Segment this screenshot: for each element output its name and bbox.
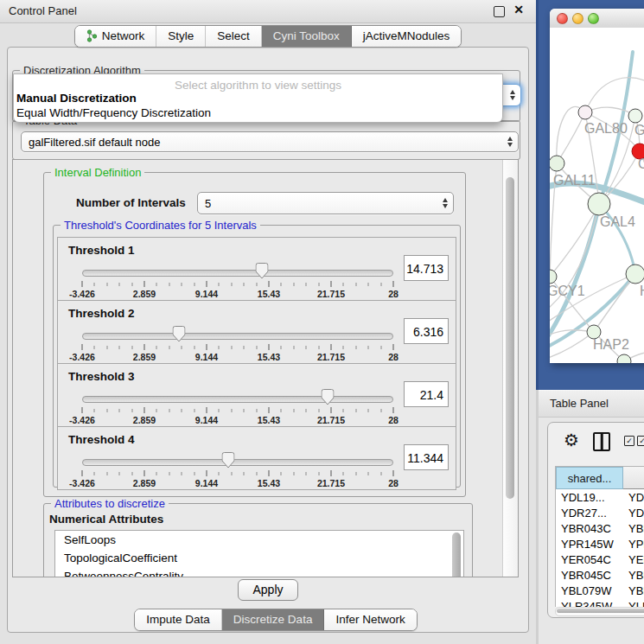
threshold-value-box[interactable]: 21.4 bbox=[404, 381, 449, 407]
network-node[interactable] bbox=[578, 105, 592, 119]
close-icon[interactable]: ✕ bbox=[513, 3, 524, 16]
checkbox-icon[interactable]: ✓ bbox=[624, 436, 634, 446]
tick-label: 15.43 bbox=[258, 478, 280, 488]
list-scrollbar[interactable] bbox=[452, 532, 462, 577]
combo-arrows-icon bbox=[507, 137, 513, 147]
minor-tick bbox=[343, 409, 344, 412]
tick-label: -3.426 bbox=[69, 289, 95, 299]
network-node[interactable] bbox=[626, 265, 644, 284]
table-panel-titlebar: Table Panel bbox=[539, 390, 644, 418]
column-header-name[interactable]: name bbox=[623, 467, 644, 489]
network-edge[interactable] bbox=[585, 78, 644, 112]
network-node[interactable] bbox=[550, 156, 564, 171]
settings-scrollbar[interactable] bbox=[502, 160, 518, 577]
tick-label: 15.43 bbox=[258, 415, 280, 425]
threshold-slider[interactable]: -3.4262.8599.14415.4321.71528 bbox=[82, 451, 393, 488]
float-window-icon[interactable] bbox=[494, 6, 505, 17]
tab-select[interactable]: Select bbox=[206, 26, 262, 47]
tab-discretize-data[interactable]: Discretize Data bbox=[222, 609, 325, 630]
tab-cyni-toolbox[interactable]: Cyni Toolbox bbox=[262, 26, 352, 47]
tab-style[interactable]: Style bbox=[156, 26, 206, 47]
minimize-traffic-icon[interactable] bbox=[572, 13, 583, 24]
slider-track[interactable] bbox=[82, 333, 393, 340]
numerical-attributes-list[interactable]: SelfLoopsTopologicalCoefficientBetweenne… bbox=[54, 530, 464, 577]
table-toolbar: ⚙ ✓ ✓ bbox=[548, 423, 644, 461]
apply-button[interactable]: Apply bbox=[238, 579, 297, 601]
minor-tick bbox=[244, 283, 245, 286]
table-row[interactable]: YBL079WYBL0 bbox=[556, 583, 644, 598]
minor-tick bbox=[182, 409, 182, 412]
network-node[interactable] bbox=[550, 270, 557, 284]
zoom-traffic-icon[interactable] bbox=[588, 13, 599, 24]
network-node-label: GAL80 bbox=[584, 121, 628, 136]
minor-tick bbox=[182, 346, 182, 349]
attribute-list-item[interactable]: TopologicalCoefficient bbox=[55, 549, 463, 567]
attribute-list-item[interactable]: SelfLoops bbox=[55, 531, 463, 549]
network-edge-highlighted[interactable] bbox=[550, 204, 599, 344]
table-cell: YDL19... bbox=[556, 489, 623, 505]
minor-tick bbox=[169, 409, 169, 412]
threshold-value-box[interactable]: 11.344 bbox=[404, 444, 449, 470]
checkbox-icon[interactable]: ✓ bbox=[637, 436, 644, 446]
minor-tick bbox=[131, 409, 132, 412]
threshold-slider[interactable]: -3.4262.8599.14415.4321.71528 bbox=[82, 262, 393, 298]
attribute-list-item[interactable]: BetweennessCentrality bbox=[55, 567, 463, 577]
close-traffic-icon[interactable] bbox=[557, 13, 568, 24]
major-tick bbox=[144, 470, 145, 476]
top-tab-group: NetworkStyleSelectCyni ToolboxjActiveMNo… bbox=[74, 25, 462, 48]
network-node[interactable] bbox=[628, 109, 642, 123]
table-data-group: Table Data galFiltered.sif default node bbox=[12, 120, 520, 160]
table-row[interactable]: YER054CYER0 bbox=[556, 552, 644, 567]
combo-arrows-icon bbox=[443, 198, 448, 208]
column-header-shared-[interactable]: shared... bbox=[556, 467, 623, 489]
table-row[interactable]: YBR045CYBR0 bbox=[556, 567, 644, 583]
slider-track[interactable] bbox=[82, 459, 393, 466]
slider-track[interactable] bbox=[82, 396, 393, 403]
scrollbar-thumb[interactable] bbox=[452, 532, 461, 577]
scrollbar-thumb[interactable] bbox=[506, 177, 514, 499]
column-layout-icon[interactable] bbox=[593, 432, 610, 451]
slider-thumb[interactable] bbox=[255, 263, 268, 279]
num-intervals-combobox[interactable]: 5 bbox=[197, 192, 454, 214]
slider-thumb[interactable] bbox=[172, 326, 185, 342]
network-edge[interactable] bbox=[550, 332, 594, 360]
threshold-label: Threshold 4 bbox=[68, 433, 135, 446]
slider-track[interactable] bbox=[82, 270, 393, 277]
table-cell: YBL0 bbox=[623, 583, 644, 598]
network-canvas[interactable]: GAL80GACGAL11GAL4GCY1HHAP2 bbox=[550, 28, 644, 363]
network-node[interactable] bbox=[617, 354, 631, 363]
threshold-slider[interactable]: -3.4262.8599.14415.4321.71528 bbox=[82, 325, 393, 361]
table-row[interactable]: YPR145WYPR1 bbox=[556, 536, 644, 552]
table-row[interactable]: YDL19...YDL1 bbox=[556, 489, 644, 505]
table-data-combobox[interactable]: galFiltered.sif default node bbox=[21, 131, 519, 152]
attributes-legend: Attributes to discretize bbox=[51, 497, 169, 510]
tick-label: 2.859 bbox=[133, 352, 156, 362]
tab-network[interactable]: Network bbox=[75, 26, 157, 47]
network-window[interactable]: GAL80GACGAL11GAL4GCY1HHAP2 bbox=[550, 9, 644, 363]
minor-tick bbox=[156, 346, 157, 349]
threshold-value-box[interactable]: 6.316 bbox=[404, 318, 449, 344]
threshold-value-box[interactable]: 14.713 bbox=[404, 255, 449, 281]
tab-infer-network[interactable]: Infer Network bbox=[324, 609, 416, 630]
minor-tick bbox=[380, 472, 381, 475]
network-edge[interactable] bbox=[585, 107, 635, 116]
network-node-label: HAP2 bbox=[593, 337, 629, 352]
major-tick bbox=[331, 344, 332, 350]
dropdown-option-manual[interactable]: Manual Discretization bbox=[16, 92, 137, 105]
slider-thumb[interactable] bbox=[222, 452, 235, 469]
table-hscrollbar[interactable] bbox=[555, 607, 644, 616]
tab-jactivemnodules[interactable]: jActiveMNodules bbox=[352, 26, 462, 47]
dropdown-option-equal-width[interactable]: Equal Width/Frequency Discretization bbox=[16, 106, 211, 119]
gear-icon[interactable]: ⚙ bbox=[564, 430, 579, 450]
table-row[interactable]: YDR27...YDR2 bbox=[556, 505, 644, 520]
network-node[interactable] bbox=[588, 193, 610, 215]
threshold-slider[interactable]: -3.4262.8599.14415.4321.71528 bbox=[82, 388, 393, 424]
minor-tick bbox=[256, 472, 257, 475]
minor-tick bbox=[156, 283, 157, 286]
scrollbar-thumb[interactable] bbox=[557, 609, 644, 613]
slider-thumb[interactable] bbox=[322, 389, 335, 405]
slider-ticks bbox=[82, 344, 393, 352]
tab-impute-data[interactable]: Impute Data bbox=[135, 609, 222, 630]
network-edge[interactable] bbox=[557, 112, 585, 163]
table-row[interactable]: YBR043CYBR0 bbox=[556, 520, 644, 536]
